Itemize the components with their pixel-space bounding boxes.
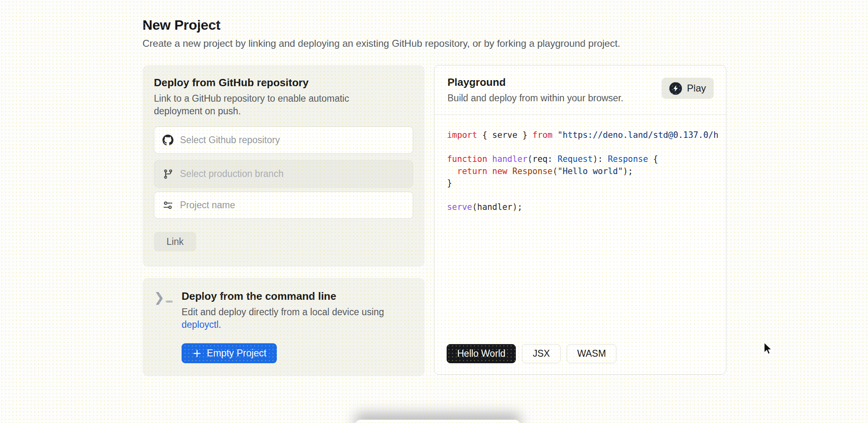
cli-deploy-card: ❯ Deploy from the command line Edit and … <box>142 278 425 376</box>
github-repo-input[interactable] <box>180 135 405 146</box>
code-line: return new Response("Hello world"); <box>447 166 724 178</box>
play-button[interactable]: Play <box>662 78 714 99</box>
github-card-description: Link to a GitHub repository to enable au… <box>154 92 374 118</box>
project-name-input[interactable] <box>180 200 405 211</box>
code-token-pl: ): <box>593 154 608 164</box>
terminal-underscore <box>166 301 173 303</box>
empty-project-button[interactable]: Empty Project <box>182 343 277 363</box>
code-token-str: "https://deno.land/std@0.137.0/h <box>558 130 719 140</box>
template-button-hello-world[interactable]: Hello World <box>447 344 516 363</box>
plus-icon <box>192 349 202 358</box>
code-token-kw: return <box>457 166 487 176</box>
code-token-kw: from <box>533 130 552 140</box>
cli-description-text: Edit and deploy directly from a local de… <box>182 307 384 317</box>
github-card-form <box>154 126 413 219</box>
code-token-fn: handler <box>492 154 527 164</box>
cli-card-body: Deploy from the command line Edit and de… <box>182 290 410 364</box>
code-token-kw: new <box>492 166 507 176</box>
below-fold-card-shadow <box>355 420 520 423</box>
mouse-cursor <box>763 342 776 357</box>
code-token-pl: ); <box>623 166 633 176</box>
code-token-kw: function <box>447 154 487 164</box>
cli-description-period: . <box>219 319 221 330</box>
code-token-str: "Hello world" <box>558 166 623 176</box>
page-header: New Project Create a new project by link… <box>142 17 620 49</box>
code-token-pl <box>507 166 512 176</box>
cli-card-title: Deploy from the command line <box>182 290 410 303</box>
github-repo-select[interactable] <box>154 126 413 154</box>
production-branch-input[interactable] <box>180 168 405 179</box>
code-line: serve(handler); <box>447 201 724 214</box>
github-card-title: Deploy from GitHub repository <box>154 76 413 89</box>
empty-project-label: Empty Project <box>207 348 266 359</box>
cards-row: Deploy from GitHub repository Link to a … <box>142 65 726 376</box>
lightning-icon <box>669 82 682 95</box>
code-token-pl <box>552 130 557 140</box>
code-token-pl: (req: <box>528 154 558 164</box>
code-token-pl <box>447 166 457 176</box>
code-line: import { serve } from "https://deno.land… <box>447 129 724 142</box>
code-token-pl <box>487 154 492 164</box>
code-token-pl: } <box>447 178 452 188</box>
project-name-field[interactable] <box>154 192 413 219</box>
terminal-chevron: ❯ <box>154 292 164 304</box>
code-token-cls: Response <box>512 166 552 176</box>
play-button-label: Play <box>687 83 706 94</box>
code-token-fn: serve <box>447 202 472 212</box>
cli-card-description: Edit and deploy directly from a local de… <box>182 306 410 331</box>
code-token-pl: (handler); <box>472 202 522 212</box>
code-token-kw: import <box>447 130 477 140</box>
template-button-jsx[interactable]: JSX <box>522 344 560 363</box>
code-token-pl: { <box>648 154 658 164</box>
playground-description: Build and deploy from within your browse… <box>447 92 623 105</box>
github-icon <box>162 135 173 146</box>
code-line <box>447 190 724 202</box>
template-button-wasm[interactable]: WASM <box>567 344 617 363</box>
sliders-icon <box>162 200 173 211</box>
code-token-pl: { serve } <box>477 130 533 140</box>
playground-header: Playground Build and deploy from within … <box>434 65 726 114</box>
template-buttons-row: Hello WorldJSXWASM <box>434 344 726 374</box>
code-token-pl <box>487 166 492 176</box>
code-token-pl: ( <box>552 166 557 176</box>
left-column: Deploy from GitHub repository Link to a … <box>142 65 425 376</box>
deployctl-link[interactable]: deployctl <box>182 319 219 330</box>
page-subtitle: Create a new project by linking and depl… <box>142 38 620 49</box>
playground-title: Playground <box>447 76 623 89</box>
github-deploy-card: Deploy from GitHub repository Link to a … <box>142 65 425 267</box>
code-line <box>447 142 724 154</box>
code-line: } <box>447 177 724 190</box>
git-branch-icon <box>162 168 173 179</box>
code-token-ty: Request <box>558 154 593 164</box>
playground-header-text: Playground Build and deploy from within … <box>447 76 623 105</box>
playground-card: Playground Build and deploy from within … <box>434 65 726 375</box>
production-branch-select[interactable] <box>154 160 413 188</box>
code-token-ty: Response <box>608 154 648 164</box>
playground-code-editor[interactable]: import { serve } from "https://deno.land… <box>434 115 726 344</box>
new-project-page: New Project Create a new project by link… <box>0 0 868 423</box>
code-line: function handler(req: Request): Response… <box>447 153 724 166</box>
link-button[interactable]: Link <box>154 232 196 251</box>
page-title: New Project <box>142 17 620 33</box>
terminal-icon: ❯ <box>154 292 173 364</box>
